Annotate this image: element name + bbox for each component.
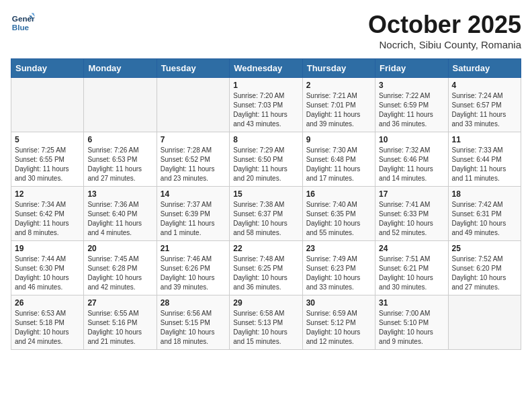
cell-content: Sunrise: 7:29 AM Sunset: 6:50 PM Dayligh…	[233, 146, 298, 183]
day-number: 17	[379, 189, 444, 199]
location-subtitle: Nocrich, Sibiu County, Romania	[368, 39, 521, 50]
cell-content: Sunrise: 7:49 AM Sunset: 6:23 PM Dayligh…	[306, 255, 371, 292]
calendar-cell-w5-d4: 29Sunrise: 6:58 AM Sunset: 5:13 PM Dayli…	[230, 295, 302, 350]
calendar-cell-w5-d7	[448, 295, 521, 350]
logo: General Blue	[11, 11, 35, 35]
calendar-cell-w5-d3: 28Sunrise: 6:56 AM Sunset: 5:15 PM Dayli…	[157, 295, 229, 350]
day-number: 29	[233, 298, 298, 308]
cell-content: Sunrise: 7:48 AM Sunset: 6:25 PM Dayligh…	[233, 255, 298, 292]
day-number: 20	[87, 244, 152, 253]
day-number: 5	[15, 135, 80, 144]
cell-content: Sunrise: 7:21 AM Sunset: 7:01 PM Dayligh…	[306, 91, 371, 129]
header-monday: Monday	[84, 59, 157, 78]
calendar-cell-w1-d1	[11, 78, 84, 132]
cell-content: Sunrise: 6:56 AM Sunset: 5:15 PM Dayligh…	[161, 309, 226, 347]
header-wednesday: Wednesday	[230, 59, 302, 78]
cell-content: Sunrise: 7:28 AM Sunset: 6:52 PM Dayligh…	[161, 146, 226, 183]
calendar-cell-w2-d4: 8Sunrise: 7:29 AM Sunset: 6:50 PM Daylig…	[230, 132, 302, 187]
header-sunday: Sunday	[11, 59, 84, 78]
cell-content: Sunrise: 7:32 AM Sunset: 6:46 PM Dayligh…	[379, 146, 444, 183]
day-number: 24	[379, 244, 444, 253]
day-number: 30	[306, 298, 371, 308]
logo-icon: General Blue	[11, 11, 35, 35]
cell-content: Sunrise: 7:44 AM Sunset: 6:30 PM Dayligh…	[15, 255, 80, 292]
day-number: 31	[379, 298, 444, 308]
cell-content: Sunrise: 7:25 AM Sunset: 6:55 PM Dayligh…	[15, 146, 80, 183]
cell-content: Sunrise: 7:52 AM Sunset: 6:20 PM Dayligh…	[452, 255, 517, 292]
cell-content: Sunrise: 7:33 AM Sunset: 6:44 PM Dayligh…	[452, 146, 517, 183]
day-number: 16	[306, 189, 371, 199]
day-number: 10	[379, 135, 444, 144]
day-number: 9	[306, 135, 371, 144]
cell-content: Sunrise: 7:46 AM Sunset: 6:26 PM Dayligh…	[161, 255, 226, 292]
calendar-cell-w2-d7: 11Sunrise: 7:33 AM Sunset: 6:44 PM Dayli…	[448, 132, 521, 187]
calendar-cell-w4-d4: 22Sunrise: 7:48 AM Sunset: 6:25 PM Dayli…	[230, 241, 302, 295]
month-title: October 2025	[368, 11, 521, 39]
day-number: 4	[452, 81, 517, 90]
day-number: 19	[15, 244, 80, 253]
calendar-cell-w3-d3: 14Sunrise: 7:37 AM Sunset: 6:39 PM Dayli…	[157, 187, 229, 241]
day-number: 18	[452, 189, 517, 199]
calendar-cell-w3-d1: 12Sunrise: 7:34 AM Sunset: 6:42 PM Dayli…	[11, 187, 84, 241]
day-number: 26	[15, 298, 80, 308]
day-number: 11	[452, 135, 517, 144]
day-number: 23	[306, 244, 371, 253]
cell-content: Sunrise: 6:55 AM Sunset: 5:16 PM Dayligh…	[87, 309, 152, 347]
cell-content: Sunrise: 7:40 AM Sunset: 6:35 PM Dayligh…	[306, 200, 371, 238]
calendar-cell-w3-d7: 18Sunrise: 7:42 AM Sunset: 6:31 PM Dayli…	[448, 187, 521, 241]
day-number: 21	[161, 244, 226, 253]
header-thursday: Thursday	[302, 59, 375, 78]
cell-content: Sunrise: 6:58 AM Sunset: 5:13 PM Dayligh…	[233, 309, 298, 347]
page-header: General Blue October 2025 Nocrich, Sibiu…	[11, 11, 521, 50]
day-number: 13	[87, 189, 152, 199]
calendar-cell-w2-d5: 9Sunrise: 7:30 AM Sunset: 6:48 PM Daylig…	[302, 132, 375, 187]
cell-content: Sunrise: 7:41 AM Sunset: 6:33 PM Dayligh…	[379, 200, 444, 238]
cell-content: Sunrise: 7:26 AM Sunset: 6:53 PM Dayligh…	[87, 146, 152, 183]
day-number: 1	[233, 81, 298, 90]
day-number: 12	[15, 189, 80, 199]
calendar-cell-w2-d1: 5Sunrise: 7:25 AM Sunset: 6:55 PM Daylig…	[11, 132, 84, 187]
calendar-table: Sunday Monday Tuesday Wednesday Thursday…	[11, 58, 521, 350]
calendar-cell-w3-d2: 13Sunrise: 7:36 AM Sunset: 6:40 PM Dayli…	[84, 187, 157, 241]
day-number: 6	[87, 135, 152, 144]
cell-content: Sunrise: 7:42 AM Sunset: 6:31 PM Dayligh…	[452, 200, 517, 238]
cell-content: Sunrise: 7:20 AM Sunset: 7:03 PM Dayligh…	[233, 91, 298, 129]
cell-content: Sunrise: 6:53 AM Sunset: 5:18 PM Dayligh…	[15, 309, 80, 347]
calendar-cell-w4-d2: 20Sunrise: 7:45 AM Sunset: 6:28 PM Dayli…	[84, 241, 157, 295]
cell-content: Sunrise: 7:00 AM Sunset: 5:10 PM Dayligh…	[379, 309, 444, 347]
day-number: 2	[306, 81, 371, 90]
day-number: 25	[452, 244, 517, 253]
calendar-week-1: 1Sunrise: 7:20 AM Sunset: 7:03 PM Daylig…	[11, 78, 521, 132]
calendar-cell-w3-d5: 16Sunrise: 7:40 AM Sunset: 6:35 PM Dayli…	[302, 187, 375, 241]
cell-content: Sunrise: 7:34 AM Sunset: 6:42 PM Dayligh…	[15, 200, 80, 238]
calendar-week-5: 26Sunrise: 6:53 AM Sunset: 5:18 PM Dayli…	[11, 295, 521, 350]
svg-text:Blue: Blue	[12, 23, 30, 32]
header-friday: Friday	[375, 59, 448, 78]
calendar-cell-w1-d4: 1Sunrise: 7:20 AM Sunset: 7:03 PM Daylig…	[230, 78, 302, 132]
calendar-cell-w3-d4: 15Sunrise: 7:38 AM Sunset: 6:37 PM Dayli…	[230, 187, 302, 241]
calendar-cell-w1-d3	[157, 78, 229, 132]
day-number: 15	[233, 189, 298, 199]
calendar-cell-w4-d7: 25Sunrise: 7:52 AM Sunset: 6:20 PM Dayli…	[448, 241, 521, 295]
day-number: 8	[233, 135, 298, 144]
header-saturday: Saturday	[448, 59, 521, 78]
calendar-header-row: Sunday Monday Tuesday Wednesday Thursday…	[11, 59, 521, 78]
calendar-week-4: 19Sunrise: 7:44 AM Sunset: 6:30 PM Dayli…	[11, 241, 521, 295]
calendar-week-2: 5Sunrise: 7:25 AM Sunset: 6:55 PM Daylig…	[11, 132, 521, 187]
calendar-week-3: 12Sunrise: 7:34 AM Sunset: 6:42 PM Dayli…	[11, 187, 521, 241]
calendar-cell-w4-d3: 21Sunrise: 7:46 AM Sunset: 6:26 PM Dayli…	[157, 241, 229, 295]
day-number: 14	[161, 189, 226, 199]
calendar-cell-w2-d2: 6Sunrise: 7:26 AM Sunset: 6:53 PM Daylig…	[84, 132, 157, 187]
day-number: 7	[161, 135, 226, 144]
cell-content: Sunrise: 7:45 AM Sunset: 6:28 PM Dayligh…	[87, 255, 152, 292]
day-number: 22	[233, 244, 298, 253]
calendar-cell-w4-d1: 19Sunrise: 7:44 AM Sunset: 6:30 PM Dayli…	[11, 241, 84, 295]
cell-content: Sunrise: 7:38 AM Sunset: 6:37 PM Dayligh…	[233, 200, 298, 238]
header-tuesday: Tuesday	[157, 59, 229, 78]
calendar-cell-w5-d1: 26Sunrise: 6:53 AM Sunset: 5:18 PM Dayli…	[11, 295, 84, 350]
cell-content: Sunrise: 7:30 AM Sunset: 6:48 PM Dayligh…	[306, 146, 371, 183]
calendar-cell-w3-d6: 17Sunrise: 7:41 AM Sunset: 6:33 PM Dayli…	[375, 187, 448, 241]
calendar-cell-w2-d3: 7Sunrise: 7:28 AM Sunset: 6:52 PM Daylig…	[157, 132, 229, 187]
calendar-cell-w1-d6: 3Sunrise: 7:22 AM Sunset: 6:59 PM Daylig…	[375, 78, 448, 132]
day-number: 27	[87, 298, 152, 308]
